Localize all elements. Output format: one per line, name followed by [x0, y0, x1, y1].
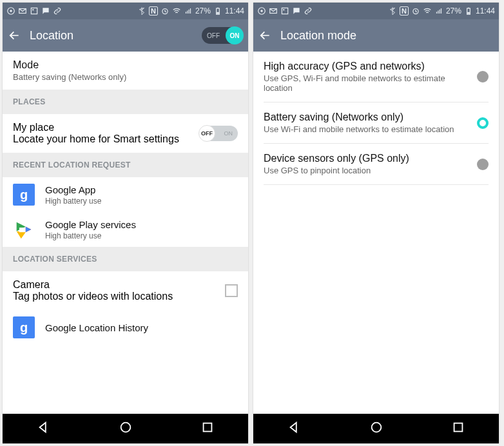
mail-icon	[269, 6, 278, 15]
photo-icon	[30, 6, 39, 15]
camera-checkbox[interactable]	[225, 284, 238, 297]
camera-title: Camera	[13, 279, 173, 291]
wifi-icon	[423, 6, 432, 15]
radio-unselected[interactable]	[477, 71, 489, 82]
svg-rect-7	[217, 8, 218, 8]
back-icon[interactable]	[8, 29, 21, 42]
page-title: Location mode	[280, 29, 494, 43]
svg-point-10	[121, 423, 130, 432]
camera-sub: Tag photos or videos with locations	[13, 291, 173, 302]
nav-bar	[3, 414, 248, 443]
battery-icon	[213, 6, 222, 15]
screen-location: N 27% 11:44 Location OFF ON Mode Battery…	[3, 3, 248, 443]
app-row-google-app[interactable]: g Google App High battery use	[3, 177, 248, 212]
alarm-icon	[160, 6, 170, 15]
myplace-title: My place	[13, 122, 179, 133]
mode-row[interactable]: Mode Battery saving (Networks only)	[3, 52, 248, 90]
signal-icon	[434, 6, 443, 15]
app1-sub: High battery use	[45, 197, 101, 206]
nfc-icon: N	[149, 6, 158, 15]
google-history-icon: g	[13, 316, 35, 338]
app1-title: Google App	[45, 184, 101, 195]
svg-rect-19	[468, 8, 469, 8]
nfc-icon: N	[400, 6, 409, 15]
mode-sub: Battery saving (Networks only)	[13, 72, 238, 82]
link-icon	[304, 6, 313, 15]
clock-text: 11:44	[225, 6, 244, 15]
nav-back-icon[interactable]	[287, 420, 302, 437]
content-area: High accuracy (GPS and networks) Use GPS…	[253, 52, 499, 414]
svg-point-21	[371, 423, 381, 432]
opt1-sub: Use GPS, Wi-Fi and mobile networks to es…	[264, 73, 469, 93]
svg-rect-15	[282, 8, 287, 14]
app2-sub: High battery use	[45, 231, 136, 240]
svg-rect-9	[19, 228, 24, 232]
nav-recent-icon[interactable]	[451, 420, 465, 437]
section-services: LOCATION SERVICES	[3, 247, 248, 271]
opt3-title: Device sensors only (GPS only)	[264, 153, 469, 164]
history-title: Google Location History	[45, 322, 148, 333]
status-bar: N 27% 11:44	[253, 3, 499, 19]
mode-option-device-sensors[interactable]: Device sensors only (GPS only) Use GPS t…	[253, 144, 499, 184]
link-icon	[53, 6, 62, 15]
section-recent: RECENT LOCATION REQUEST	[3, 153, 248, 177]
myplace-row[interactable]: My place Locate your home for Smart sett…	[3, 114, 248, 153]
mode-title: Mode	[13, 59, 238, 71]
message-icon	[292, 6, 301, 15]
alarm-icon	[411, 6, 420, 15]
bluetooth-icon	[137, 6, 146, 15]
myplace-sub: Locate your home for Smart settings	[13, 133, 179, 145]
nav-home-icon[interactable]	[119, 420, 133, 437]
screen-location-mode: N 27% 11:44 Location mode High accuracy …	[253, 3, 499, 443]
myplace-toggle[interactable]: ON OFF	[199, 126, 238, 141]
opt1-title: High accuracy (GPS and networks)	[264, 61, 469, 72]
google-app-icon: g	[13, 184, 35, 206]
app-bar: Location mode	[253, 19, 499, 52]
radio-unselected[interactable]	[477, 159, 489, 170]
location-history-row[interactable]: g Google Location History	[3, 310, 248, 345]
svg-point-4	[32, 9, 34, 10]
bluetooth-icon	[388, 6, 397, 15]
play-services-icon	[13, 218, 35, 240]
divider	[264, 184, 489, 185]
content-area: Mode Battery saving (Networks only) PLAC…	[3, 52, 248, 414]
svg-rect-8	[217, 12, 219, 14]
radio-selected[interactable]	[477, 117, 489, 129]
nav-home-icon[interactable]	[369, 420, 383, 437]
nav-recent-icon[interactable]	[200, 420, 215, 437]
svg-rect-22	[454, 423, 462, 432]
svg-rect-11	[203, 423, 211, 432]
page-title: Location	[30, 29, 193, 43]
app2-title: Google Play services	[45, 219, 136, 230]
nav-bar	[253, 414, 499, 443]
toggle-off-label: OFF	[207, 32, 220, 39]
clock-text: 11:44	[476, 6, 495, 15]
whatsapp-icon	[6, 6, 15, 15]
back-icon[interactable]	[258, 29, 271, 42]
battery-pct: 27%	[195, 6, 211, 15]
toggle-knob-off: OFF	[199, 125, 215, 142]
whatsapp-icon	[257, 6, 266, 15]
opt2-title: Battery saving (Networks only)	[264, 112, 469, 123]
section-places: PLACES	[3, 90, 248, 114]
message-icon	[41, 6, 50, 15]
status-bar: N 27% 11:44	[3, 3, 248, 19]
opt3-sub: Use GPS to pinpoint location	[264, 166, 469, 175]
svg-point-16	[283, 9, 284, 10]
nav-back-icon[interactable]	[37, 420, 51, 437]
app-bar: Location OFF ON	[3, 19, 248, 52]
battery-icon	[464, 6, 473, 15]
camera-row[interactable]: Camera Tag photos or videos with locatio…	[3, 271, 248, 310]
mail-icon	[18, 6, 27, 15]
toggle-on-label: ON	[224, 130, 233, 137]
location-master-toggle[interactable]: OFF ON	[202, 27, 243, 44]
svg-point-13	[260, 10, 263, 12]
app-row-play-services[interactable]: Google Play services High battery use	[3, 212, 248, 247]
opt2-sub: Use Wi-Fi and mobile networks to estimat…	[264, 124, 469, 134]
photo-icon	[280, 6, 289, 15]
svg-rect-3	[31, 8, 37, 14]
mode-option-battery-saving[interactable]: Battery saving (Networks only) Use Wi-Fi…	[253, 102, 499, 143]
wifi-icon	[172, 6, 181, 15]
mode-option-high-accuracy[interactable]: High accuracy (GPS and networks) Use GPS…	[253, 52, 499, 102]
svg-point-1	[10, 10, 12, 12]
